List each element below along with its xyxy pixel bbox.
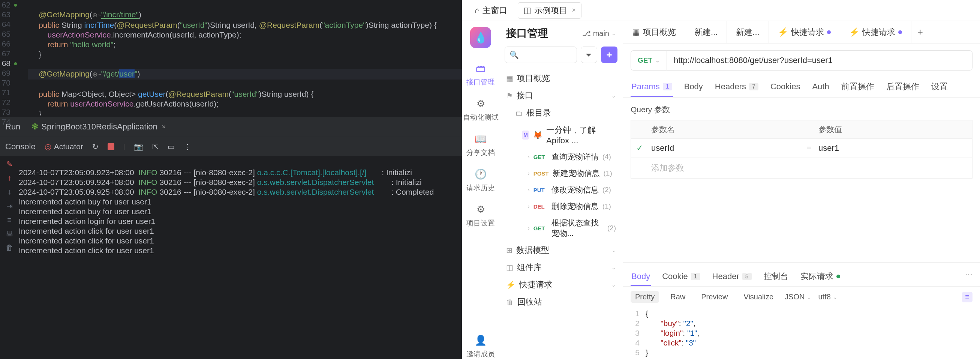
api-node-icon: ⚑ [506,91,513,100]
chevron-right-icon: › [528,170,530,176]
tab-project[interactable]: ◫ 示例项目 × [518,2,581,19]
gutter: ● ● [13,0,28,116]
tree-data-model[interactable]: ⊞数据模型⌄ [500,242,623,259]
url-input[interactable]: http://localhost:8080/get/user?userId=us… [667,50,972,70]
tree-interface[interactable]: ⚑接口⌄ [500,87,623,104]
export-icon[interactable]: ⇱ [152,142,159,151]
rtab-pre[interactable]: 前置操作 [840,77,875,97]
console-output: ✎ ↑ ↓ ⇥ ≡ 🖶 🗑 2024-10-07T23:05:09.923+08… [0,156,462,359]
layout-icon[interactable]: ▭ [168,142,175,151]
branch-icon: ⎇ [582,29,591,38]
api-tree: ▦项目概览 ⚑接口⌄ 🗀根目录 M🦊一分钟，了解 Apifox ... ›GET… [500,68,623,359]
wrap-toggle[interactable]: ≡ [962,292,972,302]
book-icon: 📖 [474,132,487,145]
rstab-header[interactable]: Header5 [711,268,752,286]
rtab-settings[interactable]: 设置 [931,77,948,97]
rerun-icon[interactable]: ↻ [92,142,99,151]
view-preview[interactable]: Preview [697,291,732,303]
chevron-right-icon: › [528,154,530,160]
rail-invite[interactable]: 👤 邀请成员 [466,333,495,359]
print-icon[interactable]: 🖶 [6,230,13,238]
wrap-icon[interactable]: ⇥ [6,201,13,211]
rtab-headers[interactable]: Headers7 [714,77,759,97]
code-body[interactable]: @GetMapping(⊕~"/incr/time") public Strin… [28,0,462,116]
rstab-console[interactable]: 控制台 [763,268,789,286]
code-editor[interactable]: 62636465666768697071727374 ● ● @GetMappi… [0,0,462,116]
tree-intro[interactable]: M🦊一分钟，了解 Apifox ... [500,121,623,148]
components-icon: ◫ [506,263,513,272]
ctab-overview[interactable]: ▦项目概览 [623,21,685,43]
chevron-down-icon: ⌄ [611,265,616,270]
rail-api[interactable]: 🗃 接口管理 [466,62,495,87]
content-panel: ▦项目概览 新建... 新建... ⚡快捷请求 ⚡快捷请求 + GET⌄ htt… [623,21,980,359]
tab-home[interactable]: ⌂ 主窗口 [469,3,512,18]
branch-selector[interactable]: ⎇ main ⌄ [582,29,616,38]
ctab-quick1[interactable]: ⚡快捷请求 [769,21,840,43]
trash-icon[interactable]: 🗑 [6,244,13,252]
search-input[interactable]: 🔍 [504,46,577,63]
gear-icon: ⚙ [474,203,487,216]
rail-auto-test[interactable]: ⚙ 自动化测试 [463,97,499,122]
tree-ep-get-pet[interactable]: ›GET查询宠物详情(4) [500,148,623,165]
filter-error-icon[interactable]: ✎ [6,160,13,168]
close-icon[interactable]: × [162,123,166,131]
ctab-new1[interactable]: 新建... [685,21,727,43]
tab-close-icon[interactable]: × [572,6,576,14]
more-icon[interactable]: ⋮ [184,142,191,151]
ctab-new2[interactable]: 新建... [727,21,768,43]
add-button[interactable]: + [601,46,617,63]
param-name-input[interactable]: userId [651,143,800,153]
down-icon[interactable]: ↓ [8,188,11,196]
rail-history[interactable]: 🕐 请求历史 [466,167,495,193]
rstab-body[interactable]: Body [631,268,651,286]
tree-ep-post-pet[interactable]: ›POST新建宠物信息(1) [500,165,623,182]
format-select[interactable]: JSON⌄ [785,293,811,301]
tree-root-folder[interactable]: 🗀根目录 [500,104,623,121]
param-value-input[interactable]: user1 [818,143,967,153]
actuator-tab[interactable]: ◎ Actuator [45,142,83,151]
rtab-params[interactable]: Params1 [631,77,673,97]
api-tool-panel: ⌂ 主窗口 ◫ 示例项目 × 💧 🗃 接口管理 ⚙ 自动化测试 📖 分享文档 [462,0,980,359]
view-raw[interactable]: Raw [666,291,690,303]
stop-icon[interactable] [108,143,115,150]
content-tabs: ▦项目概览 新建... 新建... ⚡快捷请求 ⚡快捷请求 + [623,21,980,43]
view-visualize[interactable]: Visualize [739,291,778,303]
chevron-down-icon: ⌄ [655,57,660,64]
home-icon: ⌂ [475,6,479,15]
param-row[interactable]: ✓ userId = user1 [631,139,972,158]
filter-button[interactable]: ⏷ [581,46,597,63]
add-param-row[interactable]: 添加参数 [631,158,972,179]
tree-overview[interactable]: ▦项目概览 [500,70,623,87]
rstab-actual[interactable]: 实际请求 [800,268,841,286]
response-body[interactable]: 1{ 2"buy": "2", 3"login": "1", 4"click":… [623,307,980,359]
tree-trash[interactable]: 🗑回收站 [500,294,623,311]
ctab-quick2[interactable]: ⚡快捷请求 [840,21,912,43]
tree-ep-del-pet[interactable]: ›DEL删除宠物信息(1) [500,198,623,215]
console-text[interactable]: 2024-10-07T23:05:09.923+08:00 INFO 30216… [19,156,462,359]
bolt-icon: ⚡ [778,27,788,37]
new-tab-button[interactable]: + [912,26,929,38]
run-config[interactable]: ❃ SpringBoot310RedisApplication × [28,120,169,133]
method-select[interactable]: GET⌄ [631,50,667,70]
trash-icon: 🗑 [506,298,514,306]
rtab-post[interactable]: 后置操作 [886,77,920,97]
rtab-auth[interactable]: Auth [811,77,830,97]
more-icon[interactable]: ⋯ [965,269,972,278]
check-icon[interactable]: ✓ [636,143,651,153]
charset-select[interactable]: utf8⌄ [818,293,837,301]
tree-ep-put-pet[interactable]: ›PUT修改宠物信息(2) [500,182,623,198]
tree-ep-find-by-status[interactable]: ›GET根据状态查找宠物...(2) [500,215,623,242]
rstab-cookie[interactable]: Cookie1 [661,268,701,286]
rtab-body[interactable]: Body [683,77,704,97]
tree-components[interactable]: ◫组件库⌄ [500,259,623,276]
tree-quick-request[interactable]: ⚡快捷请求⌄ [500,276,623,294]
rtab-cookies[interactable]: Cookies [770,77,801,97]
camera-icon[interactable]: 📷 [134,142,143,151]
view-pretty[interactable]: Pretty [631,291,659,303]
rail-share[interactable]: 📖 分享文档 [466,132,495,158]
api-icon: 🗃 [474,62,487,75]
up-icon[interactable]: ↑ [8,174,11,182]
console-tab[interactable]: Console [5,142,36,152]
scroll-icon[interactable]: ≡ [7,216,12,224]
rail-settings[interactable]: ⚙ 项目设置 [466,203,495,228]
